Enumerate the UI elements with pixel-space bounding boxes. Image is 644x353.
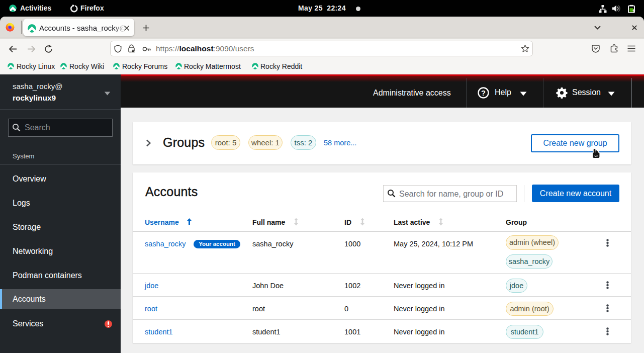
svg-text:?: ? [481, 89, 486, 97]
